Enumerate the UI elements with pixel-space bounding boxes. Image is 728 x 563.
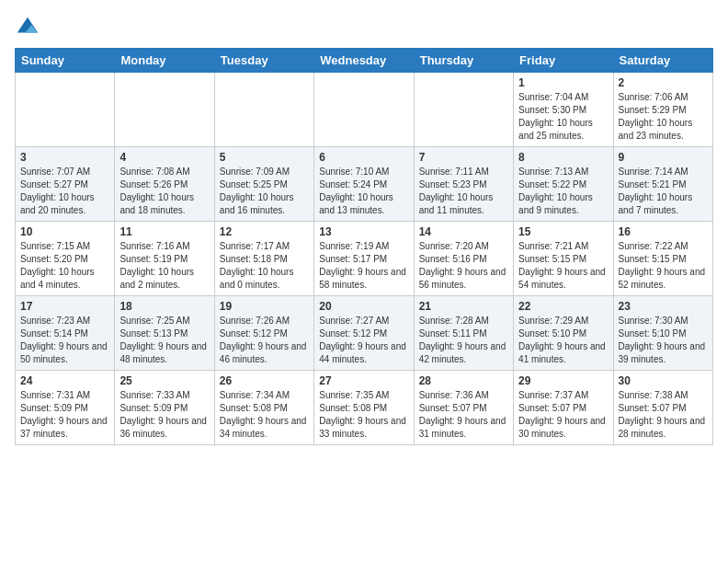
day-number: 23 <box>619 300 708 313</box>
page: SundayMondayTuesdayWednesdayThursdayFrid… <box>0 0 728 454</box>
day-number: 10 <box>20 225 109 238</box>
calendar-cell: 9Sunrise: 7:14 AM Sunset: 5:21 PM Daylig… <box>613 147 712 222</box>
day-number: 14 <box>419 225 508 238</box>
day-number: 2 <box>619 76 708 89</box>
day-number: 20 <box>319 300 408 313</box>
calendar-cell: 21Sunrise: 7:28 AM Sunset: 5:11 PM Dayli… <box>414 296 513 371</box>
calendar-cell: 24Sunrise: 7:31 AM Sunset: 5:09 PM Dayli… <box>16 371 115 445</box>
calendar-cell <box>115 73 214 147</box>
calendar-cell: 7Sunrise: 7:11 AM Sunset: 5:23 PM Daylig… <box>414 147 513 222</box>
day-info: Sunrise: 7:13 AM Sunset: 5:22 PM Dayligh… <box>518 166 608 217</box>
day-number: 29 <box>518 374 608 387</box>
day-number: 27 <box>319 374 408 387</box>
day-number: 16 <box>619 225 708 238</box>
day-info: Sunrise: 7:23 AM Sunset: 5:14 PM Dayligh… <box>20 315 109 366</box>
day-info: Sunrise: 7:28 AM Sunset: 5:11 PM Dayligh… <box>419 315 508 366</box>
day-info: Sunrise: 7:11 AM Sunset: 5:23 PM Dayligh… <box>419 166 508 217</box>
day-number: 8 <box>518 151 608 164</box>
calendar-header-sunday: Sunday <box>16 49 115 73</box>
calendar-week-3: 10Sunrise: 7:15 AM Sunset: 5:20 PM Dayli… <box>16 222 713 296</box>
day-info: Sunrise: 7:27 AM Sunset: 5:12 PM Dayligh… <box>319 315 408 366</box>
day-number: 5 <box>220 151 309 164</box>
calendar-cell <box>414 73 513 147</box>
day-number: 24 <box>20 374 109 387</box>
day-info: Sunrise: 7:04 AM Sunset: 5:30 PM Dayligh… <box>518 91 608 143</box>
calendar-cell: 1Sunrise: 7:04 AM Sunset: 5:30 PM Daylig… <box>514 73 613 147</box>
calendar-cell: 27Sunrise: 7:35 AM Sunset: 5:08 PM Dayli… <box>314 371 414 445</box>
day-number: 17 <box>20 300 109 313</box>
calendar-cell: 12Sunrise: 7:17 AM Sunset: 5:18 PM Dayli… <box>214 222 313 296</box>
day-number: 3 <box>20 151 109 164</box>
calendar-header-monday: Monday <box>115 49 214 73</box>
calendar-cell: 13Sunrise: 7:19 AM Sunset: 5:17 PM Dayli… <box>314 222 414 296</box>
day-number: 28 <box>419 374 508 387</box>
day-number: 4 <box>119 151 209 164</box>
day-info: Sunrise: 7:06 AM Sunset: 5:29 PM Dayligh… <box>619 91 708 143</box>
calendar-cell: 26Sunrise: 7:34 AM Sunset: 5:08 PM Dayli… <box>214 371 313 445</box>
calendar-cell: 14Sunrise: 7:20 AM Sunset: 5:16 PM Dayli… <box>414 222 513 296</box>
calendar-week-5: 24Sunrise: 7:31 AM Sunset: 5:09 PM Dayli… <box>16 371 713 445</box>
calendar-cell: 28Sunrise: 7:36 AM Sunset: 5:07 PM Dayli… <box>414 371 513 445</box>
calendar-cell: 23Sunrise: 7:30 AM Sunset: 5:10 PM Dayli… <box>613 296 712 371</box>
day-number: 25 <box>119 374 209 387</box>
calendar-cell: 25Sunrise: 7:33 AM Sunset: 5:09 PM Dayli… <box>115 371 214 445</box>
day-info: Sunrise: 7:10 AM Sunset: 5:24 PM Dayligh… <box>319 166 408 217</box>
calendar-week-2: 3Sunrise: 7:07 AM Sunset: 5:27 PM Daylig… <box>16 147 713 222</box>
day-info: Sunrise: 7:19 AM Sunset: 5:17 PM Dayligh… <box>319 240 408 292</box>
day-number: 1 <box>518 76 608 89</box>
day-info: Sunrise: 7:20 AM Sunset: 5:16 PM Dayligh… <box>419 240 508 292</box>
day-info: Sunrise: 7:36 AM Sunset: 5:07 PM Dayligh… <box>419 389 508 441</box>
calendar-cell: 15Sunrise: 7:21 AM Sunset: 5:15 PM Dayli… <box>514 222 613 296</box>
calendar-cell <box>214 73 313 147</box>
calendar-cell: 10Sunrise: 7:15 AM Sunset: 5:20 PM Dayli… <box>16 222 115 296</box>
calendar-cell: 19Sunrise: 7:26 AM Sunset: 5:12 PM Dayli… <box>214 296 313 371</box>
calendar-header-saturday: Saturday <box>613 49 712 73</box>
day-number: 15 <box>518 225 608 238</box>
calendar-cell: 29Sunrise: 7:37 AM Sunset: 5:07 PM Dayli… <box>514 371 613 445</box>
day-number: 22 <box>518 300 608 313</box>
calendar-cell: 17Sunrise: 7:23 AM Sunset: 5:14 PM Dayli… <box>16 296 115 371</box>
day-info: Sunrise: 7:34 AM Sunset: 5:08 PM Dayligh… <box>220 389 309 441</box>
calendar-cell <box>16 73 115 147</box>
day-info: Sunrise: 7:17 AM Sunset: 5:18 PM Dayligh… <box>220 240 309 292</box>
calendar-cell: 11Sunrise: 7:16 AM Sunset: 5:19 PM Dayli… <box>115 222 214 296</box>
calendar-cell: 6Sunrise: 7:10 AM Sunset: 5:24 PM Daylig… <box>314 147 414 222</box>
day-number: 13 <box>319 225 408 238</box>
calendar-cell: 22Sunrise: 7:29 AM Sunset: 5:10 PM Dayli… <box>514 296 613 371</box>
calendar-cell: 18Sunrise: 7:25 AM Sunset: 5:13 PM Dayli… <box>115 296 214 371</box>
calendar-cell <box>314 73 414 147</box>
day-number: 21 <box>419 300 508 313</box>
day-number: 12 <box>220 225 309 238</box>
day-number: 9 <box>619 151 708 164</box>
day-info: Sunrise: 7:22 AM Sunset: 5:15 PM Dayligh… <box>619 240 708 292</box>
calendar-header-tuesday: Tuesday <box>214 49 313 73</box>
day-number: 30 <box>619 374 708 387</box>
calendar-header-row: SundayMondayTuesdayWednesdayThursdayFrid… <box>16 49 713 73</box>
day-info: Sunrise: 7:33 AM Sunset: 5:09 PM Dayligh… <box>119 389 209 441</box>
calendar-table: SundayMondayTuesdayWednesdayThursdayFrid… <box>15 48 713 445</box>
day-info: Sunrise: 7:29 AM Sunset: 5:10 PM Dayligh… <box>518 315 608 366</box>
day-number: 18 <box>119 300 209 313</box>
day-info: Sunrise: 7:15 AM Sunset: 5:20 PM Dayligh… <box>20 240 109 292</box>
day-info: Sunrise: 7:14 AM Sunset: 5:21 PM Dayligh… <box>619 166 708 217</box>
day-info: Sunrise: 7:25 AM Sunset: 5:13 PM Dayligh… <box>119 315 209 366</box>
calendar-cell: 8Sunrise: 7:13 AM Sunset: 5:22 PM Daylig… <box>514 147 613 222</box>
calendar-cell: 3Sunrise: 7:07 AM Sunset: 5:27 PM Daylig… <box>16 147 115 222</box>
day-info: Sunrise: 7:26 AM Sunset: 5:12 PM Dayligh… <box>220 315 309 366</box>
day-info: Sunrise: 7:30 AM Sunset: 5:10 PM Dayligh… <box>619 315 708 366</box>
calendar-week-4: 17Sunrise: 7:23 AM Sunset: 5:14 PM Dayli… <box>16 296 713 371</box>
calendar-header-thursday: Thursday <box>414 49 513 73</box>
calendar-header-wednesday: Wednesday <box>314 49 414 73</box>
day-info: Sunrise: 7:38 AM Sunset: 5:07 PM Dayligh… <box>619 389 708 441</box>
day-info: Sunrise: 7:16 AM Sunset: 5:19 PM Dayligh… <box>119 240 209 292</box>
day-number: 26 <box>220 374 309 387</box>
calendar-cell: 30Sunrise: 7:38 AM Sunset: 5:07 PM Dayli… <box>613 371 712 445</box>
day-info: Sunrise: 7:21 AM Sunset: 5:15 PM Dayligh… <box>518 240 608 292</box>
day-number: 7 <box>419 151 508 164</box>
day-number: 19 <box>220 300 309 313</box>
calendar-header-friday: Friday <box>514 49 613 73</box>
day-info: Sunrise: 7:08 AM Sunset: 5:26 PM Dayligh… <box>119 166 209 217</box>
day-info: Sunrise: 7:07 AM Sunset: 5:27 PM Dayligh… <box>20 166 109 217</box>
calendar-cell: 16Sunrise: 7:22 AM Sunset: 5:15 PM Dayli… <box>613 222 712 296</box>
calendar-cell: 2Sunrise: 7:06 AM Sunset: 5:29 PM Daylig… <box>613 73 712 147</box>
